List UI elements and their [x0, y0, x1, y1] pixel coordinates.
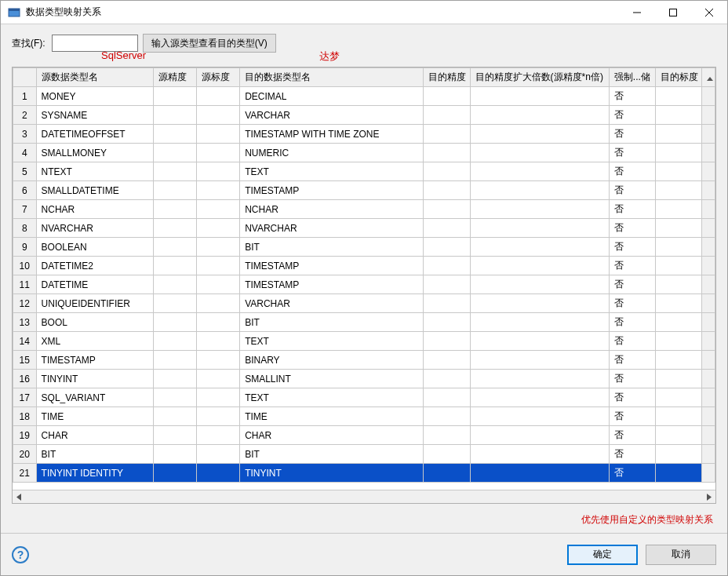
ok-button[interactable]: 确定 [567, 545, 638, 565]
cell-dst-prec[interactable] [424, 407, 470, 426]
cell-dst-scale[interactable] [655, 144, 701, 162]
cell-src-type[interactable]: UNIQUEIDENTIFIER [36, 294, 154, 313]
cell-force[interactable]: 否 [609, 407, 655, 426]
cell-dst-scale[interactable] [655, 181, 701, 200]
cell-src-type[interactable]: DATETIME2 [36, 257, 154, 275]
cell-src-prec[interactable] [154, 275, 197, 294]
cell-dst-mul[interactable] [470, 87, 609, 106]
col-dst-prec[interactable]: 目的精度 [424, 68, 470, 87]
cell-dst-mul[interactable] [470, 106, 609, 125]
table-row[interactable]: 21TINYINT IDENTITYTINYINT否 [13, 464, 715, 483]
cell-dst-prec[interactable] [424, 426, 470, 445]
cell-force[interactable]: 否 [609, 87, 655, 106]
scroll-right-button[interactable] [702, 490, 715, 504]
cell-src-type[interactable]: DATETIME [36, 275, 154, 294]
cell-dst-type[interactable]: BINARY [240, 351, 424, 370]
cell-dst-type[interactable]: BIT [240, 238, 424, 257]
cell-src-prec[interactable] [154, 162, 197, 181]
cell-force[interactable]: 否 [609, 426, 655, 445]
cell-src-scale[interactable] [197, 388, 240, 407]
table-row[interactable]: 11DATETIMETIMESTAMP否 [13, 275, 715, 294]
table-row[interactable]: 15TIMESTAMPBINARY否 [13, 351, 715, 370]
table-row[interactable]: 12UNIQUEIDENTIFIERVARCHAR否 [13, 294, 715, 313]
cell-src-type[interactable]: NVARCHAR [36, 219, 154, 238]
cell-dst-scale[interactable] [655, 407, 701, 426]
cell-src-type[interactable]: SQL_VARIANT [36, 388, 154, 407]
cell-dst-type[interactable]: TEXT [240, 388, 424, 407]
cell-src-type[interactable]: TIME [36, 407, 154, 426]
cell-dst-mul[interactable] [470, 313, 609, 332]
cell-force[interactable]: 否 [609, 275, 655, 294]
cell-src-scale[interactable] [197, 445, 240, 464]
cell-dst-mul[interactable] [470, 275, 609, 294]
cell-dst-prec[interactable] [424, 125, 470, 144]
cell-dst-type[interactable]: TIMESTAMP [240, 257, 424, 275]
cell-dst-scale[interactable] [655, 388, 701, 407]
cell-force[interactable]: 否 [609, 181, 655, 200]
cell-rownum[interactable]: 18 [13, 407, 37, 426]
cell-src-prec[interactable] [154, 125, 197, 144]
cell-src-prec[interactable] [154, 445, 197, 464]
cell-dst-prec[interactable] [424, 275, 470, 294]
cell-rownum[interactable]: 2 [13, 106, 37, 125]
cell-rownum[interactable]: 11 [13, 275, 37, 294]
cell-force[interactable]: 否 [609, 200, 655, 219]
cell-dst-prec[interactable] [424, 294, 470, 313]
table-row[interactable]: 16TINYINTSMALLINT否 [13, 370, 715, 388]
table-row[interactable]: 1MONEYDECIMAL否 [13, 87, 715, 106]
cell-src-prec[interactable] [154, 238, 197, 257]
cell-force[interactable]: 否 [609, 313, 655, 332]
cell-dst-scale[interactable] [655, 238, 701, 257]
table-row[interactable]: 9BOOLEANBIT否 [13, 238, 715, 257]
cell-src-type[interactable]: TINYINT IDENTITY [36, 464, 154, 483]
cell-src-scale[interactable] [197, 181, 240, 200]
col-src-prec[interactable]: 源精度 [154, 68, 197, 87]
cell-dst-prec[interactable] [424, 351, 470, 370]
horizontal-scrollbar[interactable] [13, 490, 715, 503]
cell-dst-prec[interactable] [424, 162, 470, 181]
cell-force[interactable]: 否 [609, 219, 655, 238]
cell-src-type[interactable]: TINYINT [36, 370, 154, 388]
cell-force[interactable]: 否 [609, 238, 655, 257]
cell-force[interactable]: 否 [609, 294, 655, 313]
cell-dst-prec[interactable] [424, 106, 470, 125]
cell-dst-type[interactable]: TINYINT [240, 464, 424, 483]
cell-dst-mul[interactable] [470, 181, 609, 200]
cell-src-scale[interactable] [197, 407, 240, 426]
cell-src-scale[interactable] [197, 219, 240, 238]
cell-src-prec[interactable] [154, 388, 197, 407]
maximize-button[interactable] [655, 1, 691, 24]
cell-dst-type[interactable]: VARCHAR [240, 294, 424, 313]
cell-rownum[interactable]: 13 [13, 313, 37, 332]
cell-rownum[interactable]: 5 [13, 162, 37, 181]
cell-dst-scale[interactable] [655, 294, 701, 313]
cell-src-type[interactable]: NCHAR [36, 200, 154, 219]
cell-force[interactable]: 否 [609, 445, 655, 464]
cell-src-prec[interactable] [154, 106, 197, 125]
cell-src-scale[interactable] [197, 238, 240, 257]
cell-src-scale[interactable] [197, 125, 240, 144]
cell-force[interactable]: 否 [609, 388, 655, 407]
cell-dst-mul[interactable] [470, 294, 609, 313]
cell-dst-scale[interactable] [655, 106, 701, 125]
lookup-dest-type-button[interactable]: 输入源类型查看目的类型(V) [143, 34, 276, 53]
col-src-scale[interactable]: 源标度 [197, 68, 240, 87]
cell-dst-type[interactable]: NCHAR [240, 200, 424, 219]
table-row[interactable]: 18TIMETIME否 [13, 407, 715, 426]
cell-rownum[interactable]: 8 [13, 219, 37, 238]
cell-dst-scale[interactable] [655, 313, 701, 332]
cell-dst-mul[interactable] [470, 332, 609, 351]
cell-dst-scale[interactable] [655, 257, 701, 275]
cell-dst-scale[interactable] [655, 219, 701, 238]
cell-src-type[interactable]: MONEY [36, 87, 154, 106]
cell-src-prec[interactable] [154, 294, 197, 313]
table-row[interactable]: 17SQL_VARIANTTEXT否 [13, 388, 715, 407]
table-row[interactable]: 14XMLTEXT否 [13, 332, 715, 351]
cell-src-scale[interactable] [197, 200, 240, 219]
cell-src-type[interactable]: SMALLDATETIME [36, 181, 154, 200]
cell-dst-type[interactable]: BIT [240, 313, 424, 332]
cell-dst-mul[interactable] [470, 407, 609, 426]
cell-dst-prec[interactable] [424, 87, 470, 106]
cell-rownum[interactable]: 10 [13, 257, 37, 275]
cell-src-type[interactable]: DATETIMEOFFSET [36, 125, 154, 144]
